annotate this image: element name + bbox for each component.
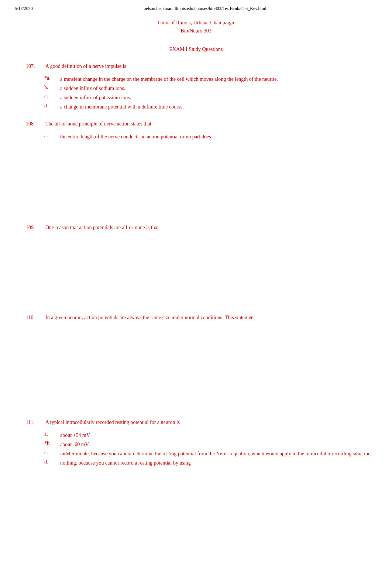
q107-text: A good definition of a nerve impulse is (45, 63, 377, 69)
q111-answer-a: a. about +54 mV (44, 431, 377, 439)
top-bar: 5/17/2020 nelson.beckman.illinois.edu/co… (15, 6, 377, 11)
q108-answer-a: a. the entire length of the nerve conduc… (44, 133, 377, 141)
date: 5/17/2020 (15, 6, 33, 11)
q108-answers: a. the entire length of the nerve conduc… (15, 133, 377, 141)
q111-number: 111. (26, 420, 42, 425)
q110-text: In a given neuron, action potentials are… (45, 315, 377, 321)
q111-b-text: about -60 mV (60, 441, 377, 448)
q111-a-letter: a. (44, 431, 57, 439)
page-wrapper: 5/17/2020 nelson.beckman.illinois.edu/co… (0, 0, 392, 483)
q107-answer-c: c. a sudden influx of potassium ions. (44, 94, 377, 101)
question-110-line: 110. In a given neuron, action potential… (15, 315, 377, 321)
q107-c-text: a sudden influx of potassium ions. (60, 94, 377, 101)
q107-c-letter: c. (44, 94, 57, 101)
q107-d-text: a change in membrane potential with a de… (60, 103, 377, 111)
header-block: Univ. of Illinois, Urbana-Champaign Bio/… (15, 19, 377, 35)
question-108: 108. The all-or-none principle of nerve … (15, 121, 377, 141)
q111-answer-c: c. indeterminate, because you cannot det… (44, 450, 377, 458)
q111-answers: a. about +54 mV *b. about -60 mV c. inde… (15, 431, 377, 467)
q111-d-text: nothing, because you cannot record a res… (60, 459, 377, 467)
q107-answer-b: b. a sudden influx of sodium ions. (44, 84, 377, 92)
spacer-109 (15, 241, 377, 315)
question-110: 110. In a given neuron, action potential… (15, 315, 377, 321)
q108-text: The all-or-none principle of nerve actio… (45, 121, 377, 127)
q108-number: 108. (26, 121, 42, 127)
q107-answer-d: d. a change in membrane potential with a… (44, 103, 377, 111)
question-109-line: 109. One reason that action potentials a… (15, 225, 377, 231)
q111-a-text: about +54 mV (60, 431, 377, 439)
questions-container: 107. A good definition of a nerve impuls… (15, 63, 377, 467)
q109-number: 109. (26, 225, 42, 231)
q107-number: 107. (26, 63, 42, 69)
question-107-line: 107. A good definition of a nerve impuls… (15, 63, 377, 69)
spacer-108 (15, 151, 377, 225)
q110-number: 110. (26, 315, 42, 321)
q107-a-text: a transient change in the charge on the … (60, 75, 377, 83)
url: nelson.beckman.illinois.edu/courses/bio3… (33, 6, 377, 11)
q108-a-letter: a. (44, 133, 57, 141)
q107-d-letter: d. (44, 103, 57, 111)
q107-answer-a: *a. a transient change in the charge on … (44, 75, 377, 83)
q111-b-letter: *b. (44, 441, 57, 448)
question-111: 111. A typical intracellularly recorded … (15, 420, 377, 467)
q109-text: One reason that action potentials are al… (45, 225, 377, 231)
question-109: 109. One reason that action potentials a… (15, 225, 377, 231)
q111-d-letter: d. (44, 459, 57, 467)
q108-a-text: the entire length of the nerve conducts … (60, 133, 377, 141)
q107-b-letter: b. (44, 84, 57, 92)
q107-b-text: a sudden influx of sodium ions. (60, 84, 377, 92)
university-line: Univ. of Illinois, Urbana-Champaign (15, 19, 377, 27)
q111-text: A typical intracellularly recorded resti… (45, 420, 377, 425)
course-line: Bio/Neuro 303 (15, 27, 377, 35)
question-108-line: 108. The all-or-none principle of nerve … (15, 121, 377, 127)
question-111-line: 111. A typical intracellularly recorded … (15, 420, 377, 425)
spacer-110 (15, 331, 377, 420)
q107-answers: *a. a transient change in the charge on … (15, 75, 377, 111)
question-107: 107. A good definition of a nerve impuls… (15, 63, 377, 111)
q111-answer-d: d. nothing, because you cannot record a … (44, 459, 377, 467)
q111-c-letter: c. (44, 450, 57, 458)
q107-a-letter: *a. (44, 75, 57, 83)
q111-c-text: indeterminate, because you cannot determ… (60, 450, 377, 458)
exam-title: EXAM I Study Questions (15, 46, 377, 52)
q111-answer-b: *b. about -60 mV (44, 441, 377, 448)
